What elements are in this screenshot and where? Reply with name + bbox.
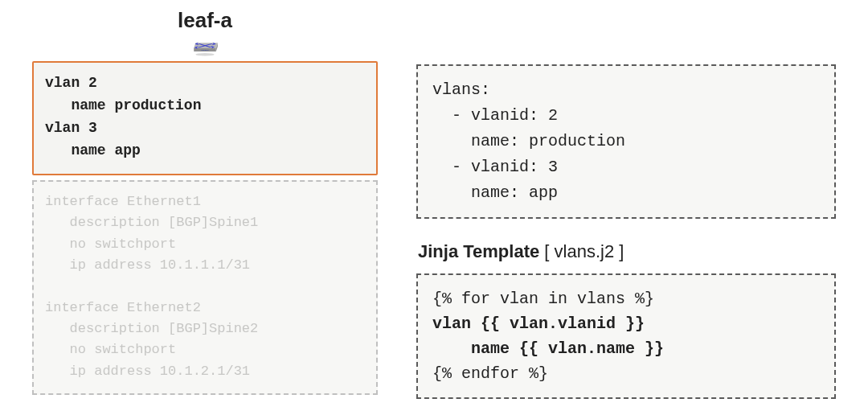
jinja-title-filename: [ vlans.j2 ] xyxy=(539,241,624,261)
jinja-title-bold: Jinja Template xyxy=(418,241,539,261)
diagram-root: leaf-a ARISTA vla xyxy=(0,0,868,411)
jinja-name-line: name {{ vlan.name }} xyxy=(432,339,664,358)
device-brand-text: ARISTA xyxy=(201,49,210,51)
interface-config-faded-box: interface Ethernet1 description [BGP]Spi… xyxy=(32,180,378,395)
jinja-vlan-line: vlan {{ vlan.vlanid }} xyxy=(432,314,645,333)
jinja-template-box: {% for vlan in vlans %} vlan {{ vlan.vla… xyxy=(416,273,836,399)
right-column: vlans: - vlanid: 2 name: production - vl… xyxy=(416,8,836,395)
arista-switch-icon: ARISTA xyxy=(137,38,273,56)
jinja-for-open: {% for vlan in vlans %} xyxy=(432,290,654,308)
yaml-vars-box: vlans: - vlanid: 2 name: production - vl… xyxy=(416,64,836,219)
svg-point-0 xyxy=(195,53,214,55)
device-title: leaf-a xyxy=(178,8,232,33)
left-column: leaf-a ARISTA vla xyxy=(32,8,378,395)
jinja-template-title: Jinja Template [ vlans.j2 ] xyxy=(418,241,836,262)
jinja-for-close: {% endfor %} xyxy=(432,364,548,383)
vlan-config-highlight-box: vlan 2 name production vlan 3 name app xyxy=(32,61,378,175)
